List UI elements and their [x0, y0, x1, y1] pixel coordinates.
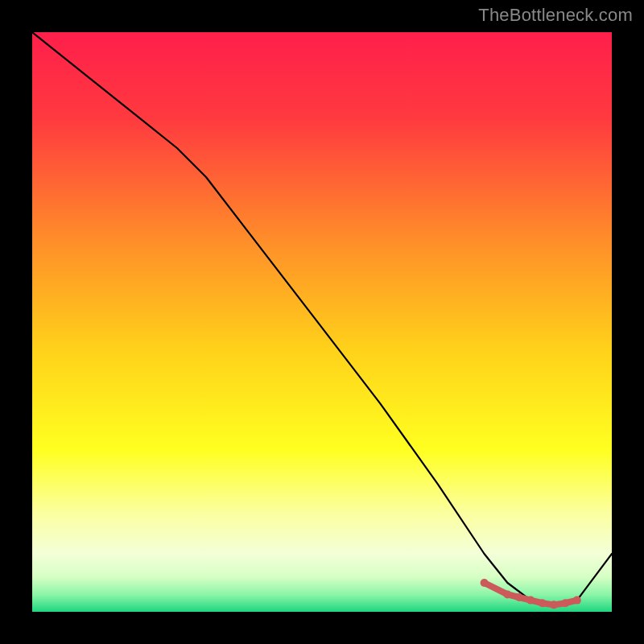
optimum-marker — [481, 579, 489, 587]
plot-area — [32, 32, 612, 612]
chart-frame: TheBottleneck.com — [0, 0, 644, 644]
watermark-text: TheBottleneck.com — [478, 5, 633, 26]
optimum-marker — [515, 593, 523, 601]
optimum-markers — [481, 579, 581, 609]
optimum-marker — [526, 597, 535, 605]
optimum-marker — [539, 599, 547, 607]
optimum-marker — [550, 601, 558, 609]
optimum-marker — [573, 597, 581, 605]
curve-line — [32, 32, 612, 606]
chart-svg — [32, 32, 612, 612]
optimum-marker — [503, 590, 511, 598]
optimum-marker — [561, 599, 569, 607]
